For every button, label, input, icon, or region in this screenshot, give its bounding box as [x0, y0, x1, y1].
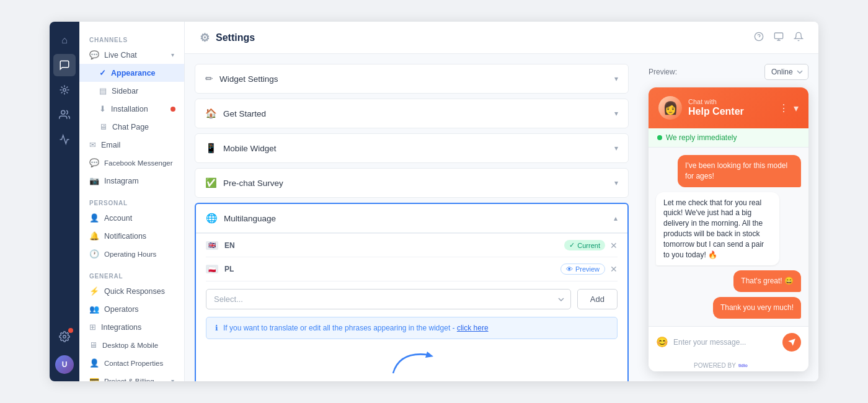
multilanguage-chevron: ▴: [614, 214, 618, 223]
nav-item-notifications[interactable]: 🔔 Notifications: [79, 227, 184, 245]
check-icon: ✓: [569, 241, 575, 249]
get-started-chevron: ▾: [614, 109, 618, 118]
preview-panel: Preview: Online Offline 👩 Ch: [639, 54, 818, 381]
billing-icon: 💳: [89, 376, 99, 381]
nav-item-instagram[interactable]: 📷 Instagram: [79, 172, 184, 190]
svg-point-2: [63, 335, 66, 339]
chat-menu-icon[interactable]: ⋮: [779, 102, 789, 114]
accordion-multilanguage-header[interactable]: 🌐 Multilanguage ▴: [196, 204, 627, 233]
operators-icon: 👥: [89, 304, 99, 314]
chat-minimize-icon[interactable]: ▾: [794, 102, 799, 114]
sidebar-icon-home[interactable]: ⌂: [53, 29, 76, 51]
chat-status-bar: We reply immediately: [649, 128, 808, 148]
widget-settings-chevron: ▾: [614, 74, 618, 83]
pl-actions: 👁 Preview ✕: [560, 264, 618, 275]
sidebar-icon-chat[interactable]: [53, 54, 76, 76]
preview-status-select[interactable]: Online Offline: [764, 64, 808, 80]
app-container: ⌂ U: [50, 22, 818, 381]
widget-settings-icon: ✏: [205, 73, 213, 84]
en-actions: ✓ Current ✕: [564, 240, 618, 250]
add-language-row: Select... Add: [206, 289, 618, 309]
sidebar-icon-analytics[interactable]: [53, 128, 76, 151]
expand-icon: ▾: [171, 51, 174, 58]
accordion-mobile-widget-header[interactable]: 📱 Mobile Widget ▾: [195, 134, 628, 162]
nav-item-facebook[interactable]: 💬 Facebook Messenger: [79, 154, 184, 172]
chat-send-button[interactable]: [782, 333, 801, 352]
desktop-icon: 🖥: [89, 340, 97, 350]
nav-item-quick-responses[interactable]: ⚡ Quick Responses: [79, 282, 184, 300]
nav-item-project-billing[interactable]: 💳 Project & Billing ▾: [79, 372, 184, 381]
svg-rect-4: [774, 33, 782, 38]
nav-item-chat-page[interactable]: 🖥 Chat Page: [79, 118, 184, 136]
general-section-label: GENERAL: [79, 268, 184, 282]
hours-icon: 🕐: [89, 249, 99, 259]
multilanguage-icon: 🌐: [206, 213, 218, 224]
lang-row-pl: 🇵🇱 PL 👁 Preview ✕: [206, 257, 618, 281]
sidebar-icon-contacts[interactable]: [53, 104, 76, 126]
chat-header-actions: ⋮ ▾: [779, 102, 799, 114]
appearance-icon: ✓: [99, 68, 106, 78]
sidebar-icon-settings[interactable]: [53, 326, 76, 348]
pl-delete-btn[interactable]: ✕: [610, 264, 618, 274]
nav-sidebar: CHANNELS 💬 Live Chat ▾ ✓ Appearance ▤ Si…: [79, 22, 185, 381]
pre-chat-chevron: ▾: [614, 179, 618, 187]
accordion-left: 📱 Mobile Widget: [205, 143, 277, 154]
chat-input-placeholder[interactable]: Enter your message...: [673, 338, 777, 347]
nav-item-operating-hours[interactable]: 🕐 Operating Hours: [79, 245, 184, 263]
accordion-widget-settings: ✏ Widget Settings ▾: [195, 64, 629, 94]
accordion-pre-chat: ✅ Pre-chat Survey ▾: [195, 168, 629, 198]
accordion-pre-chat-header[interactable]: ✅ Pre-chat Survey ▾: [195, 169, 628, 197]
installation-badge: [170, 107, 175, 112]
mobile-widget-icon: 📱: [205, 143, 217, 154]
message-4: Thank you very much!: [713, 297, 801, 319]
nav-item-email[interactable]: ✉ Email: [79, 136, 184, 154]
nav-item-live-chat[interactable]: 💬 Live Chat ▾: [79, 46, 184, 64]
contact-icon: 👤: [89, 358, 99, 368]
language-select[interactable]: Select...: [206, 289, 571, 309]
sidebar-icon-automation[interactable]: [53, 79, 76, 101]
chat-footer: POWERED BY tidio: [649, 358, 808, 371]
accordion-widget-settings-header[interactable]: ✏ Widget Settings ▾: [195, 64, 628, 93]
nav-item-account[interactable]: 👤 Account: [79, 209, 184, 227]
nav-item-sidebar[interactable]: ▤ Sidebar: [79, 82, 184, 100]
nav-item-appearance[interactable]: ✓ Appearance: [79, 64, 184, 82]
nav-item-contact-properties[interactable]: 👤 Contact Properties: [79, 354, 184, 372]
page-title: Settings: [216, 32, 255, 43]
accordion-left: 🌐 Multilanguage: [206, 213, 276, 224]
nav-item-operators[interactable]: 👥 Operators: [79, 300, 184, 318]
chat-page-icon: 🖥: [99, 122, 107, 131]
click-here-link[interactable]: click here: [457, 324, 489, 332]
chart-icon[interactable]: [774, 32, 784, 44]
instagram-icon: 📷: [89, 176, 99, 185]
mobile-widget-chevron: ▾: [614, 144, 618, 153]
help-icon[interactable]: [754, 32, 764, 44]
live-chat-icon: 💬: [89, 50, 99, 60]
accordion-left: ✏ Widget Settings: [205, 73, 278, 84]
get-started-icon: 🏠: [205, 108, 217, 119]
nav-item-integrations[interactable]: ⊞ Integrations: [79, 318, 184, 336]
accordion-left: 🏠 Get Started: [205, 108, 266, 119]
add-language-button[interactable]: Add: [577, 289, 618, 309]
user-avatar[interactable]: U: [55, 355, 74, 374]
nav-item-desktop-mobile[interactable]: 🖥 Desktop & Mobile: [79, 336, 184, 354]
nav-item-installation[interactable]: ⬇ Installation: [79, 100, 184, 118]
emoji-icon[interactable]: 😊: [656, 336, 668, 348]
icon-sidebar: ⌂ U: [50, 22, 79, 381]
settings-panel: ✏ Widget Settings ▾ 🏠 Get Started ▾: [185, 54, 639, 381]
svg-point-0: [63, 89, 66, 92]
bell-icon[interactable]: [794, 32, 804, 44]
main-header: ⚙ Settings: [185, 22, 818, 54]
multilanguage-body: 🇬🇧 EN ✓ Current ✕: [196, 233, 627, 381]
accordion-get-started-header[interactable]: 🏠 Get Started ▾: [195, 99, 628, 128]
accordion-multilanguage: 🌐 Multilanguage ▴ 🇬🇧 EN ✓: [195, 203, 629, 381]
info-box: ℹ If you want to translate or edit all t…: [206, 317, 618, 339]
page-title-container: ⚙ Settings: [200, 31, 255, 45]
en-delete-btn[interactable]: ✕: [610, 241, 618, 250]
svg-text:tidio: tidio: [738, 363, 748, 367]
preview-label: Preview:: [649, 68, 677, 76]
header-actions: [754, 32, 804, 44]
accordion-left: ✅ Pre-chat Survey: [205, 177, 283, 188]
message-3: That's great! 😄: [733, 270, 801, 292]
powered-by-text: POWERED BY: [694, 362, 736, 369]
chat-input-area: 😊 Enter your message...: [649, 326, 808, 358]
